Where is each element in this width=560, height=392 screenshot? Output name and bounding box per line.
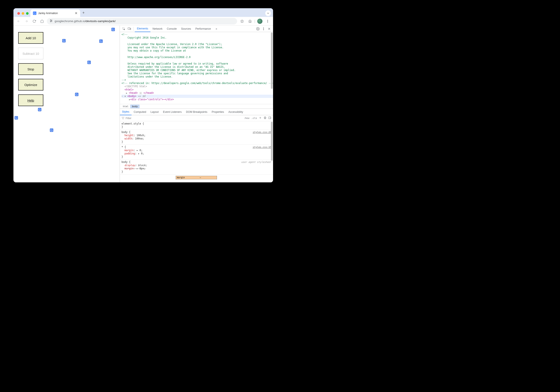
add-button[interactable]: Add 10: [18, 32, 43, 44]
styles-filter-input[interactable]: Filter: [121, 117, 242, 120]
devtools-tabbar: ElementsNetworkConsoleSourcesPerformance…: [120, 26, 273, 32]
browser-menu-button[interactable]: [264, 18, 271, 24]
help-button[interactable]: Help: [18, 94, 43, 106]
elements-scrollbar[interactable]: [270, 32, 273, 104]
devtools-more-tabs-button[interactable]: »: [213, 26, 219, 32]
browser-toolbar: googlechrome.github.io/devtools-samples/…: [13, 17, 273, 26]
reload-button[interactable]: [31, 18, 37, 24]
home-button[interactable]: [39, 18, 45, 24]
page-viewport: Add 10 Subtract 10 Stop Optimize Help: [13, 26, 120, 182]
tabs-dropdown-button[interactable]: [265, 10, 271, 16]
hov-toggle[interactable]: :hov: [244, 117, 250, 119]
inspect-element-button[interactable]: [121, 26, 126, 31]
selected-dom-node[interactable]: ⋯ ▼ <body> == $0: [121, 95, 273, 98]
source-link[interactable]: styles.css:15: [253, 146, 271, 149]
print-icon: [263, 116, 267, 119]
subtract-button[interactable]: Subtract 10: [18, 48, 43, 59]
window-minimize-button[interactable]: [22, 12, 24, 15]
window-zoom-button[interactable]: [26, 12, 29, 15]
head-close-tag: </head>: [143, 91, 154, 94]
styles-pane[interactable]: element.style {}body { height: 100vh; wi…: [120, 121, 273, 182]
styles-filter-row: Filter :hov .cls: [120, 115, 273, 121]
expand-toggle[interactable]: ▶: [126, 91, 127, 95]
style-rule[interactable]: body { height: 100vh; width: 100vw;}styl…: [120, 130, 273, 145]
optimize-button[interactable]: Optimize: [18, 79, 43, 90]
head-open-tag[interactable]: <head>: [129, 91, 138, 94]
nav-back-button[interactable]: [16, 18, 22, 24]
devtools-tab-console[interactable]: Console: [165, 26, 179, 32]
devtools-tab-sources[interactable]: Sources: [179, 26, 193, 32]
stop-button[interactable]: Stop: [18, 63, 43, 75]
content-row: Add 10 Subtract 10 Stop Optimize Help El…: [13, 26, 273, 182]
style-rule[interactable]: body { display: block; margin: ▸ 8px;}us…: [120, 160, 273, 175]
devtools-panel: ElementsNetworkConsoleSourcesPerformance…: [120, 26, 273, 182]
elements-tree[interactable]: <!-- Copyright 2016 Google Inc. Licensed…: [120, 32, 273, 104]
cls-toggle[interactable]: .cls: [251, 117, 257, 119]
svg-marker-21: [122, 117, 124, 119]
profile-button[interactable]: [257, 18, 263, 24]
html-comment: <!-- Copyright 2016 Google Inc. Licensed…: [121, 33, 236, 81]
device-toolbar-button[interactable]: [127, 26, 132, 31]
styles-tab-event-listeners[interactable]: Event Listeners: [161, 109, 184, 115]
new-style-rule-button[interactable]: [259, 116, 262, 120]
svg-point-17: [263, 28, 264, 29]
devtools-close-button[interactable]: [267, 26, 272, 31]
styles-scrollbar[interactable]: [270, 122, 273, 182]
chevron-down-icon: [266, 11, 270, 15]
styles-tab-dom-breakpoints[interactable]: DOM Breakpoints: [184, 109, 210, 115]
devtools-settings-button[interactable]: [255, 26, 260, 31]
child-div-node[interactable]: <div class="controls">⋯</div>: [130, 98, 174, 101]
devtools-menu-button[interactable]: [261, 26, 266, 31]
nav-forward-button[interactable]: [23, 18, 30, 24]
sidebar-toggle-button[interactable]: [268, 116, 271, 120]
source-link[interactable]: styles.css:20: [253, 131, 271, 134]
svg-point-16: [263, 28, 264, 28]
styles-tab-layout[interactable]: Layout: [148, 109, 161, 115]
computed-toggle-button[interactable]: [263, 116, 267, 120]
extensions-button[interactable]: [247, 18, 253, 24]
html-tag[interactable]: <html>: [125, 88, 134, 91]
ellipsis-icon[interactable]: ⋯: [139, 92, 142, 94]
window-close-button[interactable]: [17, 12, 20, 15]
puzzle-icon: [248, 20, 252, 23]
tab-close-button[interactable]: ✕: [75, 11, 78, 15]
style-rule[interactable]: element.style {}: [120, 121, 273, 130]
svg-rect-25: [265, 117, 266, 117]
svg-point-15: [258, 28, 258, 29]
styles-tab-accessibility[interactable]: Accessibility: [226, 109, 245, 115]
devtools-tab-elements[interactable]: Elements: [135, 26, 150, 32]
html-comment: <!-- referenced in: https://developers.g…: [121, 82, 273, 85]
scrollbar-thumb[interactable]: [271, 122, 273, 161]
address-bar[interactable]: googlechrome.github.io/devtools-samples/…: [47, 18, 237, 24]
window-traffic-lights: [16, 12, 30, 17]
mover-icon: [99, 39, 103, 43]
styles-tab-properties[interactable]: Properties: [210, 109, 226, 115]
styles-tab-styles[interactable]: Styles: [120, 109, 131, 115]
devtools-tab-network[interactable]: Network: [150, 26, 165, 32]
mover-icon: [111, 28, 115, 31]
style-rule[interactable]: * { margin: ▸ 0; padding: ▸ 0;}styles.cs…: [120, 145, 273, 160]
site-settings-icon[interactable]: [50, 19, 53, 23]
tab-strip: Janky Animation ✕ +: [13, 8, 273, 17]
toolbar-actions: |: [239, 18, 271, 24]
bookmark-button[interactable]: [239, 18, 245, 24]
devtools-tab-performance[interactable]: Performance: [193, 26, 213, 32]
breadcrumb-item-html[interactable]: html: [121, 105, 130, 108]
svg-rect-13: [128, 28, 130, 29]
styles-tab-computed[interactable]: Computed: [131, 109, 149, 115]
dom-breadcrumb: htmlbody: [120, 104, 273, 109]
new-tab-button[interactable]: +: [80, 11, 87, 17]
svg-marker-8: [240, 20, 243, 22]
browser-tab[interactable]: Janky Animation ✕: [30, 10, 80, 17]
source-ua-label: user agent stylesheet: [241, 160, 271, 164]
mover-icon: [87, 61, 91, 64]
avatar-icon: [257, 19, 262, 24]
tab-favicon: [33, 11, 36, 15]
box-model[interactable]: margin–: [120, 175, 273, 179]
url-text: googlechrome.github.io/devtools-samples/…: [55, 20, 116, 23]
scrollbar-thumb[interactable]: [271, 32, 273, 89]
mover-icon: [38, 108, 41, 111]
devices-icon: [128, 27, 131, 30]
svg-rect-24: [264, 118, 266, 118]
breadcrumb-item-body[interactable]: body: [130, 105, 140, 108]
